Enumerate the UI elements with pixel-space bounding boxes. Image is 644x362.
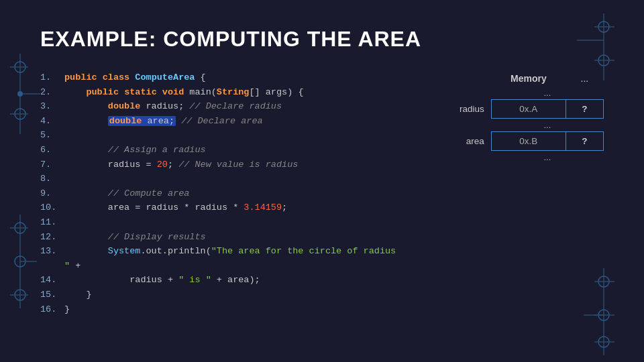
- code-line-6: 6. // Assign a radius: [40, 143, 402, 158]
- code-line-16: 16. }: [40, 302, 402, 317]
- code-line-12: 12. // Display results: [40, 230, 402, 245]
- code-line-5: 5.: [40, 128, 402, 143]
- code-line-10: 10. area = radius * radius * 3.14159;: [40, 200, 402, 215]
- memory-dots-bot: ...: [429, 151, 604, 164]
- code-line-8: 8.: [40, 172, 402, 186]
- code-line-9: 9. // Compute area: [40, 186, 402, 201]
- code-line-14: 14. radius + " is " + area);: [40, 273, 402, 288]
- svg-point-23: [598, 337, 609, 347]
- code-block: 1. public class ComputeArea { 2. public …: [40, 70, 402, 316]
- code-line-4: 4. double area; // Declare area: [40, 114, 402, 129]
- code-line-2: 2. public static void main(String[] args…: [40, 85, 402, 100]
- memory-row-radius: radius 0x.A ?: [429, 100, 604, 119]
- code-line-11: 11.: [40, 215, 402, 230]
- memory-row-area: area 0x.B ?: [429, 132, 604, 151]
- code-line-7: 7. radius = 20; // New value is radius: [40, 158, 402, 172]
- memory-table: Memory ... ... radius 0x.A ? ...: [429, 70, 604, 164]
- code-line-15: 15. }: [40, 288, 402, 302]
- memory-header: Memory ...: [429, 70, 604, 86]
- memory-dots-top: ...: [429, 86, 604, 100]
- code-line-3: 3. double radius; // Declare radius: [40, 99, 402, 114]
- memory-title: Memory: [491, 70, 566, 86]
- code-line-1: 1. public class ComputeArea {: [40, 70, 402, 85]
- memory-diagram: Memory ... ... radius 0x.A ? ...: [429, 70, 604, 164]
- page-title: EXAMPLE: COMPUTING THE AREA: [40, 27, 604, 52]
- code-line-13: 13. System.out.println("The area for the…: [40, 244, 402, 273]
- memory-dots-mid: ...: [429, 119, 604, 132]
